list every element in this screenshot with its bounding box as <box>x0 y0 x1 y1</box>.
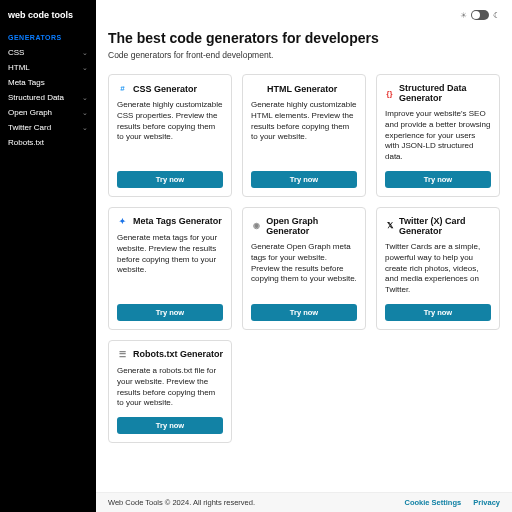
card-desc: Generate highly customizable HTML elemen… <box>251 100 357 163</box>
card-css-generator: #CSS GeneratorGenerate highly customizab… <box>108 74 232 197</box>
sidebar-item-label: CSS <box>8 48 24 57</box>
sidebar-item-label: Open Graph <box>8 108 52 117</box>
card-desc: Generate highly customizable CSS propert… <box>117 100 223 163</box>
page-subtitle: Code generators for front-end developmen… <box>108 50 500 60</box>
sidebar-item-structured-data[interactable]: Structured Data⌄ <box>0 90 96 105</box>
try-now-button[interactable]: Try now <box>117 417 223 434</box>
chevron-down-icon: ⌄ <box>82 109 88 117</box>
page-title: The best code generators for developers <box>108 30 500 46</box>
moon-icon: ☾ <box>493 11 500 20</box>
card-header: {}Structured Data Generator <box>385 83 491 103</box>
sidebar-item-css[interactable]: CSS⌄ <box>0 45 96 60</box>
card-header: HTML Generator <box>251 83 357 94</box>
try-now-button[interactable]: Try now <box>251 304 357 321</box>
sidebar-item-meta-tags[interactable]: Meta Tags <box>0 75 96 90</box>
card-twitter-x-card-generator: 𝕏Twitter (X) Card GeneratorTwitter Cards… <box>376 207 500 330</box>
card-desc: Generate a robots.txt file for your webs… <box>117 366 223 409</box>
card-meta-tags-generator: ✦Meta Tags GeneratorGenerate meta tags f… <box>108 207 232 330</box>
try-now-button[interactable]: Try now <box>385 171 491 188</box>
card-title: Meta Tags Generator <box>133 216 222 226</box>
sidebar-item-label: Robots.txt <box>8 138 44 147</box>
card-icon: {} <box>385 88 394 99</box>
card-title: Structured Data Generator <box>399 83 491 103</box>
card-header: ✦Meta Tags Generator <box>117 216 223 227</box>
chevron-down-icon: ⌄ <box>82 64 88 72</box>
sidebar: web code tools GENERATORS CSS⌄HTML⌄Meta … <box>0 0 96 512</box>
card-icon: 𝕏 <box>385 220 394 231</box>
chevron-down-icon: ⌄ <box>82 49 88 57</box>
card-title: Twitter (X) Card Generator <box>399 216 491 236</box>
card-robots-txt-generator: ☰Robots.txt GeneratorGenerate a robots.t… <box>108 340 232 443</box>
sidebar-item-open-graph[interactable]: Open Graph⌄ <box>0 105 96 120</box>
try-now-button[interactable]: Try now <box>117 171 223 188</box>
sidebar-item-label: Meta Tags <box>8 78 45 87</box>
card-title: Open Graph Generator <box>266 216 357 236</box>
footer-copyright: Web Code Tools © 2024. All rights reserv… <box>108 498 255 507</box>
privacy-link[interactable]: Privacy <box>473 498 500 507</box>
card-html-generator: HTML GeneratorGenerate highly customizab… <box>242 74 366 197</box>
chevron-down-icon: ⌄ <box>82 124 88 132</box>
chevron-down-icon: ⌄ <box>82 94 88 102</box>
card-title: Robots.txt Generator <box>133 349 223 359</box>
card-header: 𝕏Twitter (X) Card Generator <box>385 216 491 236</box>
card-icon: ✦ <box>117 216 128 227</box>
topbar: ☀ ☾ <box>96 0 512 26</box>
try-now-button[interactable]: Try now <box>385 304 491 321</box>
card-open-graph-generator: ◉Open Graph GeneratorGenerate Open Graph… <box>242 207 366 330</box>
logo[interactable]: web code tools <box>0 8 96 34</box>
main: ☀ ☾ The best code generators for develop… <box>96 0 512 512</box>
card-icon <box>251 83 262 94</box>
sidebar-item-html[interactable]: HTML⌄ <box>0 60 96 75</box>
card-title: HTML Generator <box>267 84 337 94</box>
card-structured-data-generator: {}Structured Data GeneratorImprove your … <box>376 74 500 197</box>
card-desc: Improve your website's SEO and provide a… <box>385 109 491 163</box>
card-desc: Generate meta tags for your website. Pre… <box>117 233 223 296</box>
footer: Web Code Tools © 2024. All rights reserv… <box>96 492 512 512</box>
try-now-button[interactable]: Try now <box>117 304 223 321</box>
sidebar-item-label: Twitter Card <box>8 123 51 132</box>
sun-icon: ☀ <box>460 11 467 20</box>
try-now-button[interactable]: Try now <box>251 171 357 188</box>
card-header: ◉Open Graph Generator <box>251 216 357 236</box>
card-desc: Twitter Cards are a simple, powerful way… <box>385 242 491 296</box>
sidebar-item-label: Structured Data <box>8 93 64 102</box>
cookie-settings-link[interactable]: Cookie Settings <box>405 498 462 507</box>
card-icon: ☰ <box>117 349 128 360</box>
card-desc: Generate Open Graph meta tags for your w… <box>251 242 357 296</box>
card-grid: #CSS GeneratorGenerate highly customizab… <box>108 74 500 443</box>
sidebar-item-twitter-card[interactable]: Twitter Card⌄ <box>0 120 96 135</box>
card-title: CSS Generator <box>133 84 197 94</box>
sidebar-item-label: HTML <box>8 63 30 72</box>
card-icon: ◉ <box>251 220 261 231</box>
sidebar-item-robots.txt[interactable]: Robots.txt <box>0 135 96 150</box>
theme-toggle[interactable] <box>471 10 489 20</box>
card-icon: # <box>117 83 128 94</box>
card-header: ☰Robots.txt Generator <box>117 349 223 360</box>
card-header: #CSS Generator <box>117 83 223 94</box>
sidebar-heading: GENERATORS <box>0 34 96 45</box>
